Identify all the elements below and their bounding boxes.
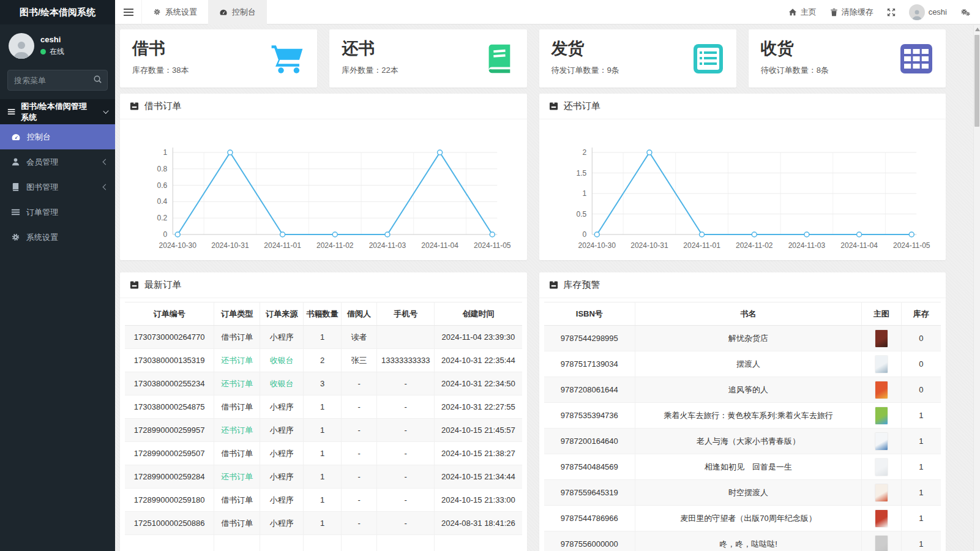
table-row: 9787544298995解忧杂货店0 [544, 326, 941, 351]
stat-card-return[interactable]: 还书 库外数量：22本 [329, 29, 526, 88]
panel-header: 借书订单 [120, 94, 527, 119]
user-status: 在线 [40, 47, 64, 57]
sidebar-section-library-system[interactable]: 图书/绘本借阅管理系统 [0, 99, 115, 124]
panel-title: 还书订单 [564, 100, 600, 112]
y-axis-tick-label: 0.2 [157, 214, 168, 222]
user-menu[interactable]: ceshi [909, 4, 947, 20]
cell-type: 借书订单 [214, 395, 260, 419]
return-orders-chart[interactable]: 00.511.522024-10-302024-10-312024-11-012… [539, 119, 946, 260]
cell-book-name: 老人与海（大家小书青春版） [635, 429, 862, 454]
table-row: 9787200164640老人与海（大家小书青春版）1 [544, 429, 941, 454]
cell-book-name: 乘着火车去旅行：黄色校车系列:乘着火车去旅行 [635, 403, 862, 429]
data-point-marker[interactable] [646, 150, 651, 155]
data-point-marker[interactable] [804, 232, 809, 237]
sidebar-item-dashboard[interactable]: 控制台 [0, 124, 115, 149]
table-row: 9787208061644追风筝的人0 [544, 377, 941, 403]
stat-card-receive[interactable]: 收货 待收订单数量：8条 [749, 29, 946, 88]
y-axis-tick-label: 0.4 [157, 197, 168, 206]
x-axis-tick-label: 2024-11-02 [736, 241, 773, 250]
table-row: 1730380000254875借书订单小程序1--2024-10-31 22:… [125, 395, 522, 419]
cell-id: 1725100000250886 [125, 512, 214, 535]
chevron-left-icon [103, 159, 109, 165]
cell-id: 1728990000259507 [125, 442, 214, 465]
book-cover-thumbnail [875, 459, 888, 476]
cell-borrower: 读者 [341, 326, 376, 349]
cell-cover [861, 429, 901, 454]
cell-source: 小程序 [260, 512, 303, 535]
cell-source: 收银台 [260, 372, 303, 395]
cell-phone: - [377, 395, 435, 419]
cell-book-name: 解忧杂货店 [635, 326, 862, 351]
table-row: 9787517139034摆渡人0 [544, 351, 941, 377]
cell-book-name: 追风筝的人 [635, 377, 862, 403]
tab-dashboard[interactable]: 控制台 [208, 0, 267, 24]
data-point-marker[interactable] [332, 232, 337, 237]
borrow-orders-chart[interactable]: 00.20.40.60.812024-10-302024-10-312024-1… [120, 119, 527, 260]
scrollbar-thumb[interactable] [974, 35, 979, 127]
cell-qty: 1 [304, 395, 342, 419]
sidebar-item-settings[interactable]: 系统设置 [0, 225, 115, 250]
inbox-icon [549, 280, 558, 290]
cell-empty [260, 535, 303, 551]
home-link[interactable]: 主页 [788, 7, 817, 18]
cell-created: 2024-10-15 21:34:44 [435, 465, 522, 489]
cell-book-name: 时空摆渡人 [635, 480, 862, 506]
data-point-marker[interactable] [228, 150, 233, 155]
data-point-marker[interactable] [438, 150, 443, 155]
y-axis-tick-label: 1.5 [576, 169, 586, 178]
data-point-marker[interactable] [175, 232, 180, 237]
sidebar-item-label: 会员管理 [26, 157, 58, 168]
list-card-icon [692, 43, 724, 75]
column-header: 主图 [861, 302, 901, 326]
page-scrollbar[interactable] [973, 25, 980, 551]
cell-source: 小程序 [260, 395, 303, 419]
scroll-up-arrow[interactable] [975, 28, 980, 31]
sidebar-toggle-button[interactable] [115, 0, 142, 24]
data-point-marker[interactable] [752, 232, 757, 237]
stat-card-borrow[interactable]: 借书 库存数量：38本 [120, 29, 317, 88]
cell-stock: 1 [901, 506, 941, 531]
sidebar-item-members[interactable]: 会员管理 [0, 149, 115, 174]
cell-cover [861, 326, 901, 351]
cell-isbn: 9787517139034 [544, 351, 635, 377]
sidebar-item-orders[interactable]: 订单管理 [0, 200, 115, 225]
x-axis-tick-label: 2024-11-01 [683, 241, 720, 250]
list-icon [7, 107, 15, 116]
cell-cover [861, 403, 901, 429]
stock-alerts-panel: 库存预警 ISBN号书名主图库存 9787544298995解忧杂货店09787… [539, 272, 946, 551]
data-point-marker[interactable] [490, 232, 495, 237]
cell-phone: - [377, 512, 435, 535]
stat-card-ship[interactable]: 发货 待发订单数量：9条 [539, 29, 736, 88]
clear-cache-button[interactable]: 清除缓存 [830, 7, 873, 18]
cell-isbn: 9787544786966 [544, 506, 635, 531]
tab-label: 控制台 [232, 7, 256, 18]
latest-orders-table: 订单编号订单类型订单来源书籍数量借阅人手机号创建时间 1730730000264… [120, 298, 527, 551]
cell-empty [214, 535, 260, 551]
data-point-marker[interactable] [385, 232, 390, 237]
cell-type: 借书订单 [214, 512, 260, 535]
panel-title: 借书订单 [144, 100, 181, 112]
settings-menu-button[interactable] [960, 8, 970, 17]
sidebar-item-books[interactable]: 图书管理 [0, 174, 115, 200]
user-icon [11, 157, 20, 167]
fullscreen-button[interactable] [887, 8, 896, 17]
data-point-marker[interactable] [280, 232, 285, 237]
list-icon [11, 208, 20, 217]
cell-borrower: 张三 [341, 349, 376, 372]
gear-icon [11, 233, 20, 242]
cell-id: 1728990000259957 [125, 419, 214, 442]
cell-type: 还书订单 [214, 349, 260, 372]
table-row: 9787544786966麦田里的守望者（出版70周年纪念版）1 [544, 506, 941, 531]
cogs-icon [960, 8, 970, 17]
cell-id: 1728990000259284 [125, 465, 214, 489]
data-point-marker[interactable] [909, 232, 914, 237]
y-axis-tick-label: 1 [582, 189, 586, 198]
cell-cover [861, 454, 901, 480]
data-point-marker[interactable] [594, 232, 599, 237]
tab-system-settings[interactable]: 系统设置 [142, 0, 208, 24]
table-row [125, 535, 522, 551]
home-link-label: 主页 [801, 7, 817, 18]
data-point-marker[interactable] [699, 232, 704, 237]
search-icon[interactable] [93, 75, 102, 84]
data-point-marker[interactable] [856, 232, 861, 237]
